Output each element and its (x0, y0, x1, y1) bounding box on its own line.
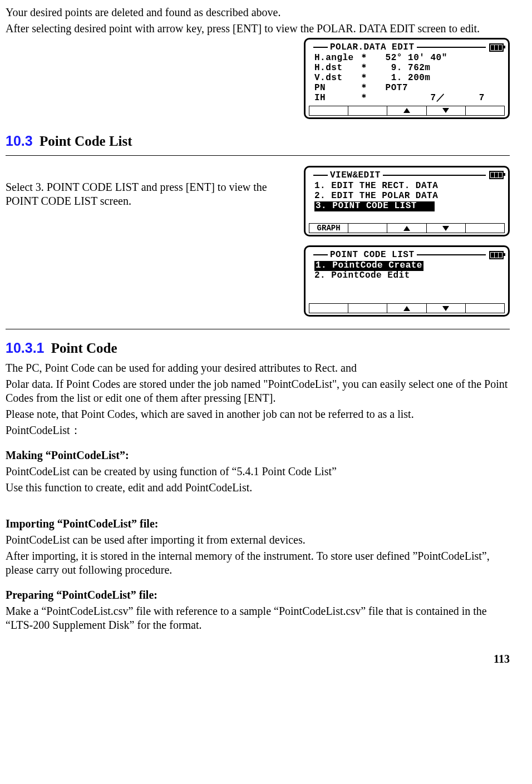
menu-item-selected: 3. POINT CODE LIST (314, 201, 503, 211)
arrow-up-icon (403, 226, 410, 231)
heading-10-3-num: 10.3 (6, 133, 33, 149)
softkey-up (387, 223, 426, 233)
view-edit-title: VIEW&EDIT (330, 170, 381, 181)
menu-item: 1. EDIT THE RECT. DATA (314, 181, 503, 191)
softkey-empty (466, 223, 505, 233)
polar-row: H.angle ＊ 52° 10′ 40″ (314, 53, 503, 63)
menu-item-selected: 1. PointCode Create (314, 261, 503, 271)
softkey-down (427, 303, 466, 313)
polar-row: PN ＊ POT7 (314, 83, 503, 93)
softkey-empty (348, 223, 387, 233)
pcl-title: POINT CODE LIST (330, 249, 415, 260)
preparing-pcl-line1: Make a “PointCodeList.csv” file with ref… (6, 604, 510, 632)
battery-icon (489, 43, 504, 52)
softkey-empty (466, 303, 505, 313)
heading-10-3-1: 10.3.1 Point Code (6, 339, 510, 357)
intro-line-1: Your desired points are deleted and foun… (6, 6, 510, 19)
polar-row: IH ＊ 7／ 7 (314, 93, 503, 103)
softkey-up (387, 303, 426, 313)
section-rule (6, 329, 510, 329)
polar-row: H.dst ＊ 9. 762m (314, 63, 503, 73)
softkey-down (427, 106, 466, 116)
pc-para-1d: PointCodeList： (6, 423, 510, 437)
softkey-row (309, 106, 505, 116)
polar-screen-title: POLAR.DATA EDIT (330, 42, 415, 53)
heading-10-3-1-title: Point Code (51, 341, 117, 356)
heading-importing-pcl: Importing “PointCodeList” file: (6, 517, 510, 531)
heading-making-pcl: Making “PointCodeList”: (6, 448, 510, 462)
battery-icon (489, 171, 504, 179)
softkey-empty (309, 303, 348, 313)
softkey-up (387, 106, 426, 116)
pc-para-1c: Please note, that Point Codes, which are… (6, 407, 510, 421)
making-pcl-line2: Use this function to create, edit and ad… (6, 481, 510, 495)
softkey-row: GRAPH (309, 223, 505, 233)
menu-item: 2. EDIT THE POLAR DATA (314, 191, 503, 201)
making-pcl-line1: PointCodeList can be created by using fu… (6, 465, 510, 479)
intro-line-2: After selecting desired point with arrow… (6, 22, 510, 36)
point-code-list-screen: POINT CODE LIST 1. PointCode Create 2. P… (304, 245, 510, 317)
heading-10-3: 10.3 Point Code List (6, 132, 510, 150)
softkey-down (427, 223, 466, 233)
heading-10-3-title: Point Code List (40, 134, 132, 149)
pc-para-1a: The PC, Point Code can be used for addin… (6, 361, 510, 375)
arrow-down-icon (442, 306, 449, 311)
polar-data-edit-screen: POLAR.DATA EDIT H.angle ＊ 52° 10′ 40″ H.… (304, 38, 510, 119)
arrow-up-icon (403, 306, 410, 311)
view-and-edit-screen: VIEW&EDIT 1. EDIT THE RECT. DATA 2. EDIT… (304, 166, 510, 237)
section-10-3-text: Select 3. POINT CODE LIST and press [ENT… (6, 180, 288, 208)
heading-10-3-1-num: 10.3.1 (6, 340, 45, 356)
softkey-empty (466, 106, 505, 116)
importing-pcl-line2: After importing, it is stored in the int… (6, 549, 510, 577)
softkey-row (309, 303, 505, 313)
softkey-empty (309, 106, 348, 116)
arrow-down-icon (442, 226, 449, 231)
menu-item: 2. PointCode Edit (314, 271, 503, 281)
arrow-up-icon (403, 108, 410, 113)
importing-pcl-line1: PointCodeList can be used after importin… (6, 533, 510, 547)
softkey-empty (348, 303, 387, 313)
softkey-graph: GRAPH (309, 223, 348, 233)
softkey-empty (348, 106, 387, 116)
heading-preparing-pcl: Preparing “PointCodeList” file: (6, 588, 510, 602)
arrow-down-icon (442, 108, 449, 113)
battery-icon (489, 251, 504, 259)
page-number: 113 (6, 652, 510, 666)
pc-para-1b: Polar data. If Point Codes are stored un… (6, 377, 510, 405)
section-rule (6, 155, 510, 156)
polar-row: V.dst ＊ 1. 200m (314, 73, 503, 83)
